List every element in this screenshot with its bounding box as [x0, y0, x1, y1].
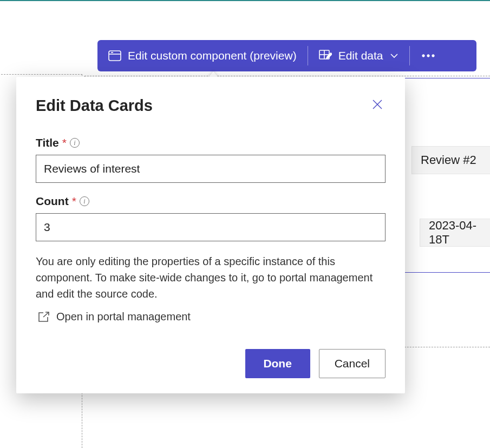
dialog-footer: Done Cancel	[36, 349, 386, 378]
edit-data-icon	[319, 50, 332, 62]
required-marker: *	[62, 136, 67, 149]
table-header-review-label: Review #2	[421, 153, 476, 167]
table-header-date: 2023-04-18T	[420, 219, 490, 247]
designer-canvas: Review #2 2023-04-18T Edit custom compon…	[0, 1, 490, 448]
title-field: Title * i	[36, 136, 386, 183]
component-toolbar: Edit custom component (preview) Edit dat…	[97, 40, 476, 71]
svg-point-8	[432, 55, 434, 57]
table-header-date-label: 2023-04-18T	[429, 219, 486, 247]
title-label: Title	[36, 136, 59, 149]
toolbar-overflow-button[interactable]	[410, 40, 447, 71]
dialog-close-button[interactable]	[369, 96, 386, 115]
edit-custom-component-label: Edit custom component (preview)	[128, 49, 297, 62]
edit-data-cards-dialog: Edit Data Cards Title * i Count * i	[16, 77, 405, 393]
count-label: Count	[36, 195, 69, 208]
chevron-down-icon	[390, 53, 398, 58]
info-icon[interactable]: i	[80, 196, 89, 206]
edit-custom-component-button[interactable]: Edit custom component (preview)	[97, 40, 308, 71]
cancel-button[interactable]: Cancel	[319, 349, 386, 378]
done-button[interactable]: Done	[245, 349, 310, 378]
ellipsis-icon	[422, 54, 435, 57]
svg-line-11	[43, 312, 49, 317]
open-portal-management-label: Open in portal management	[56, 311, 191, 323]
title-input[interactable]	[36, 155, 386, 183]
svg-point-7	[427, 55, 429, 57]
dialog-title: Edit Data Cards	[36, 97, 153, 115]
close-icon	[371, 98, 383, 110]
count-input[interactable]	[36, 213, 386, 241]
count-field: Count * i	[36, 195, 386, 241]
dialog-help-text: You are only editing the properties of a…	[36, 253, 386, 302]
open-portal-management-link[interactable]: Open in portal management	[36, 311, 386, 323]
svg-rect-0	[109, 51, 121, 61]
svg-point-6	[422, 55, 424, 57]
info-icon[interactable]: i	[70, 138, 80, 148]
required-marker: *	[72, 195, 76, 208]
component-icon	[108, 50, 121, 61]
open-external-icon	[38, 312, 50, 322]
edit-data-label: Edit data	[338, 49, 383, 62]
table-header-review: Review #2	[411, 146, 490, 174]
edit-data-button[interactable]: Edit data	[308, 40, 409, 71]
